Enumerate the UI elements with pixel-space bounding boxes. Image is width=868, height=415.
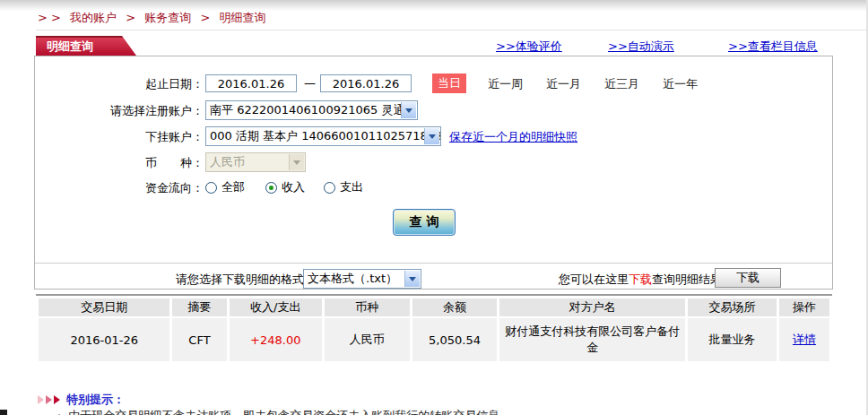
currency-select-disabled: 人民币 [205, 152, 306, 172]
date-from-input[interactable] [205, 74, 297, 92]
cell-balance: 5,050.54 [412, 318, 498, 361]
bottom-left-corner [0, 410, 7, 415]
play-arrow-icon [46, 395, 52, 404]
col-header-amount: 收入/支出 [230, 298, 322, 316]
download-hint: 您可以在这里下载查询明细结果 [559, 272, 722, 288]
date-range-label: 起止日期： [35, 76, 204, 92]
notice-bullet: · [57, 409, 61, 415]
page: > > 我的账户 > 账务查询 > 明细查询 明细查询 >>体验评价 >>自动演… [0, 0, 868, 415]
currency-label: 币 种： [35, 155, 204, 171]
sub-account-value: 000 活期 基本户 1406600101102571848 [210, 129, 441, 143]
radio-flow-expense[interactable]: 支出 [324, 179, 363, 195]
sub-account-select[interactable]: 000 活期 基本户 1406600101102571848 [205, 126, 441, 146]
header-divider [36, 30, 868, 30]
breadcrumb-arrows-icon: > > [38, 11, 61, 24]
radio-flow-expense-label: 支出 [340, 179, 363, 195]
download-format-label: 请您选择下载明细的格式 [176, 272, 304, 288]
table-header-row: 交易日期 摘要 收入/支出 币种 余额 对方户名 交易场所 操作 [39, 298, 829, 316]
registered-account-select[interactable]: 南平 6222001406100921065 灵通卡 [205, 100, 418, 120]
download-format-value: 文本格式（.txt） [308, 272, 397, 285]
notice-title: 特别提示： [66, 392, 125, 408]
breadcrumb-item-account-query[interactable]: 账务查询 [144, 11, 191, 24]
col-header-date: 交易日期 [39, 298, 169, 316]
notice-line: ·由于现金交易明细不含未达账项，即未包含交易资金还未入账到我行的转账交易信息 [57, 408, 499, 415]
cell-place: 批量业务 [688, 318, 777, 361]
page-title: 明细查询 [47, 39, 93, 53]
breadcrumb: > > 我的账户 > 账务查询 > 明细查询 [38, 10, 265, 26]
fund-flow-label: 资金流向： [35, 180, 204, 196]
radio-icon[interactable] [205, 182, 217, 194]
quick-range-quarter[interactable]: 近三月 [604, 76, 639, 92]
table-row: 2016-01-26 CFT +248.00 人民币 5,050.54 财付通支… [39, 318, 829, 361]
col-header-counterparty: 对方户名 [499, 298, 685, 316]
cell-summary: CFT [172, 318, 226, 361]
chevron-down-icon [289, 154, 304, 170]
currency-value: 人民币 [210, 155, 245, 169]
page-title-tab: 明细查询 [36, 36, 136, 56]
cell-counterparty: 财付通支付科技有限公司客户备付金 [499, 318, 685, 361]
download-hint-link[interactable]: 下载 [629, 272, 652, 286]
sub-account-label: 下挂账户： [35, 129, 204, 145]
link-view-column-info[interactable]: >>查看栏目信息 [728, 39, 818, 55]
cell-amount: +248.00 [230, 318, 322, 361]
quick-range-month[interactable]: 近一月 [546, 76, 581, 92]
play-arrow-icon [38, 395, 44, 404]
results-table: 交易日期 摘要 收入/支出 币种 余额 对方户名 交易场所 操作 2016-01… [36, 297, 832, 363]
query-form-panel: 起止日期： — 当日 近一周 近一月 近三月 近一年 请选择注册账户： 南平 6… [34, 56, 833, 290]
radio-flow-all-label: 全部 [221, 179, 245, 195]
radio-flow-income[interactable]: 收入 [265, 179, 305, 195]
table-top-rule [36, 294, 832, 296]
col-header-currency: 币种 [325, 298, 410, 316]
col-header-action: 操作 [779, 298, 829, 316]
chevron-down-icon[interactable] [404, 271, 420, 287]
radio-flow-income-label: 收入 [282, 179, 305, 195]
play-arrow-icon [54, 395, 60, 404]
radio-icon[interactable] [324, 182, 335, 194]
col-header-balance: 余额 [412, 298, 498, 316]
detail-link[interactable]: 详情 [793, 333, 816, 346]
chevron-down-icon[interactable] [401, 102, 416, 118]
radio-flow-all[interactable]: 全部 [205, 179, 245, 195]
radio-checked-icon[interactable] [265, 182, 277, 194]
link-auto-demo[interactable]: >>自动演示 [608, 39, 674, 55]
download-hint-suffix: 查询明细结果 [652, 272, 722, 286]
quick-range-year[interactable]: 近一年 [663, 76, 698, 92]
breadcrumb-separator: > [126, 11, 135, 24]
col-header-place: 交易场所 [688, 298, 777, 316]
cell-currency: 人民币 [325, 318, 410, 361]
download-hint-prefix: 您可以在这里 [559, 272, 629, 286]
download-button[interactable]: 下载 [715, 268, 781, 288]
query-button[interactable]: 查 询 [393, 209, 456, 236]
breadcrumb-separator: > [200, 11, 210, 24]
quick-range-today[interactable]: 当日 [432, 73, 466, 93]
chevron-down-icon[interactable] [424, 128, 439, 144]
col-header-summary: 摘要 [172, 298, 226, 316]
panel-divider [35, 263, 832, 264]
breadcrumb-item-my-account[interactable]: 我的账户 [70, 11, 117, 24]
date-range-dash: — [304, 76, 316, 90]
save-snapshot-link[interactable]: 保存近一个月的明细快照 [449, 129, 577, 145]
play-arrows-icon [38, 395, 62, 404]
registered-account-label: 请选择注册账户： [35, 103, 204, 119]
download-format-select[interactable]: 文本格式（.txt） [303, 269, 421, 289]
cell-date: 2016-01-26 [39, 318, 169, 361]
registered-account-value: 南平 6222001406100921065 灵通卡 [210, 103, 416, 117]
notice-text: 由于现金交易明细不含未达账项，即未包含交易资金还未入账到我行的转账交易信息 [68, 409, 499, 415]
cell-action: 详情 [779, 318, 829, 361]
date-to-input[interactable] [320, 74, 412, 92]
breadcrumb-item-detail-query[interactable]: 明细查询 [219, 11, 265, 24]
quick-range-week[interactable]: 近一周 [488, 76, 523, 92]
link-experience-rating[interactable]: >>体验评价 [496, 39, 562, 55]
